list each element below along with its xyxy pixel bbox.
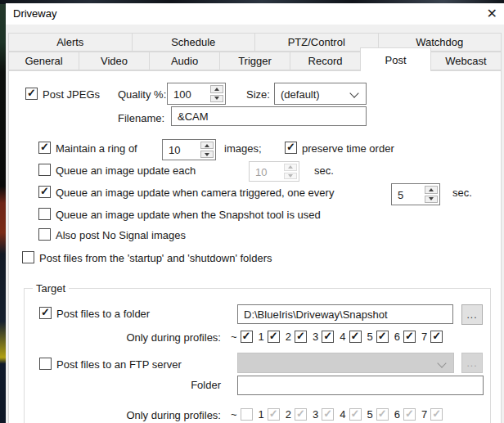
profile-label-6: 6 <box>394 408 400 421</box>
queue-each-spin-down-icon <box>284 173 297 180</box>
post-folder-label: Post files to a folder <box>56 308 150 320</box>
profile-checkbox-~[interactable] <box>241 331 253 343</box>
profile-label-4: 4 <box>340 331 345 343</box>
profile-checkbox-3[interactable] <box>322 331 334 343</box>
title-bar: Driveway ✕ <box>6 3 504 25</box>
folder-profiles-strip: ~1234567 <box>231 330 443 343</box>
startup-folders-checkbox[interactable] <box>22 251 34 263</box>
filename-input[interactable]: &CAM <box>171 106 367 126</box>
ftp-profiles-strip: ~1234567 <box>231 407 443 421</box>
preserve-order-checkbox[interactable] <box>285 142 297 154</box>
profile-label-6: 6 <box>394 331 400 343</box>
profile-checkbox-6[interactable] <box>403 331 416 343</box>
post-ftp-checkbox[interactable] <box>39 358 52 370</box>
profile-checkbox-~ <box>241 408 253 421</box>
post-jpegs-checkbox[interactable] <box>25 88 38 100</box>
profile-checkbox-4 <box>349 408 362 421</box>
ftp-folder-input[interactable] <box>237 376 484 395</box>
ftp-server-dropdown <box>237 353 454 373</box>
tab-webcast[interactable]: Webcast <box>430 52 502 70</box>
tab-trigger[interactable]: Trigger <box>219 52 290 70</box>
queue-each-sec-label: sec. <box>314 164 334 177</box>
size-dropdown-value: (default) <box>281 88 320 100</box>
folder-browse-button[interactable]: ... <box>461 304 483 325</box>
driveway-dialog: Driveway ✕ AlertsSchedulePTZ/ControlWatc… <box>6 3 504 423</box>
profile-checkbox-5 <box>376 408 389 421</box>
window-title: Driveway <box>13 7 56 20</box>
ring-label: Maintain a ring of <box>56 142 137 155</box>
startup-folders-label: Post files from the 'startup' and 'shutd… <box>39 252 272 264</box>
tab-row-2: GeneralVideoAudioTriggerRecordPostWebcas… <box>8 52 502 70</box>
tab-general[interactable]: General <box>8 52 79 70</box>
profile-label-4: 4 <box>340 408 345 421</box>
queue-triggered-spin-down-icon[interactable] <box>425 196 438 204</box>
profile-checkbox-4[interactable] <box>349 331 362 343</box>
queue-triggered-value: 5 <box>398 188 403 200</box>
tab-schedule[interactable]: Schedule <box>132 33 256 52</box>
profile-label-5: 5 <box>367 408 373 421</box>
filename-value: &CAM <box>178 110 209 123</box>
profile-checkbox-1[interactable] <box>268 331 280 343</box>
quality-spin-up-icon[interactable] <box>210 85 223 93</box>
queue-triggered-spin-up-icon[interactable] <box>425 186 438 194</box>
quality-spinner[interactable]: 100 <box>167 83 226 105</box>
close-icon[interactable]: ✕ <box>487 6 497 22</box>
images-label: images; <box>224 142 262 155</box>
profile-label-~: ~ <box>231 408 237 421</box>
desktop-background-left <box>0 0 6 423</box>
no-signal-label: Also post No Signal images <box>56 229 186 241</box>
ring-value: 10 <box>169 144 180 156</box>
profile-label-7: 7 <box>421 331 427 343</box>
post-folder-checkbox[interactable] <box>39 307 52 319</box>
queue-snapshot-label: Queue an image update when the Snapshot … <box>56 209 321 221</box>
quality-spin-down-icon[interactable] <box>210 95 223 103</box>
size-dropdown[interactable]: (default) <box>274 83 367 105</box>
folder-path-value: D:\BlueIris\Driveway\Snapshot <box>244 308 388 321</box>
queue-each-value: 10 <box>255 165 267 178</box>
profile-checkbox-7[interactable] <box>430 331 443 343</box>
queue-triggered-spinner[interactable]: 5 <box>391 183 440 205</box>
tab-post[interactable]: Post <box>360 47 431 71</box>
profile-checkbox-6 <box>403 408 416 421</box>
queue-snapshot-checkbox[interactable] <box>38 208 51 220</box>
chevron-down-icon <box>437 358 446 367</box>
profile-label-3: 3 <box>313 331 318 343</box>
post-tab-panel: Post JPEGs Quality %: 100 Size: (default… <box>8 70 502 423</box>
profile-checkbox-5[interactable] <box>376 331 389 343</box>
no-signal-checkbox[interactable] <box>38 228 51 241</box>
profile-label-~: ~ <box>231 331 237 343</box>
tab-record[interactable]: Record <box>290 52 361 70</box>
ring-spin-up-icon[interactable] <box>200 142 214 149</box>
ring-spinner[interactable]: 10 <box>162 139 216 160</box>
profile-checkbox-2 <box>295 408 307 421</box>
post-jpegs-label: Post JPEGs <box>43 88 100 101</box>
profile-label-1: 1 <box>259 331 264 343</box>
profile-checkbox-3 <box>322 408 334 421</box>
queue-each-checkbox[interactable] <box>38 164 51 176</box>
tab-alerts[interactable]: Alerts <box>8 33 133 52</box>
profile-checkbox-2[interactable] <box>295 331 307 343</box>
ring-checkbox[interactable] <box>38 142 51 154</box>
queue-each-spinner: 10 <box>249 161 299 182</box>
target-group-label: Target <box>33 282 69 295</box>
ftp-browse-button: ... <box>461 353 483 373</box>
ftp-profiles-label: Only during profiles: <box>25 409 221 421</box>
quality-value: 100 <box>173 88 191 100</box>
ftp-folder-label: Folder <box>25 379 221 391</box>
folder-path-input[interactable]: D:\BlueIris\Driveway\Snapshot <box>237 304 453 324</box>
folder-profiles-label: Only during profiles: <box>25 331 221 344</box>
profile-label-3: 3 <box>313 408 318 421</box>
profile-checkbox-7 <box>430 408 443 421</box>
size-label: Size: <box>246 88 270 101</box>
profile-label-1: 1 <box>259 408 264 421</box>
target-group: Target Post files to a folder D:\BlueIri… <box>24 288 491 423</box>
profile-label-5: 5 <box>367 331 373 343</box>
profile-checkbox-1 <box>268 408 280 421</box>
filename-label: Filename: <box>118 112 164 124</box>
queue-triggered-checkbox[interactable] <box>38 186 51 198</box>
post-ftp-label: Post files to an FTP server <box>56 358 182 371</box>
ring-spin-down-icon[interactable] <box>200 151 214 158</box>
tab-audio[interactable]: Audio <box>149 52 220 70</box>
tab-video[interactable]: Video <box>79 52 150 70</box>
queue-each-label: Queue an image update each <box>56 164 196 177</box>
